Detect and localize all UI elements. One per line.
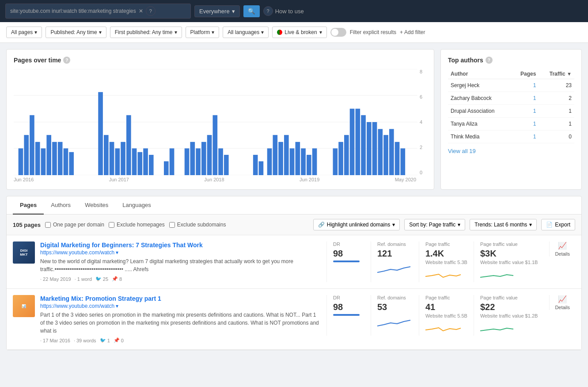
search-box[interactable]: site:youtube.com inurl:watch title:marke… [5,4,191,19]
exclude-subdomains-checkbox[interactable]: Exclude subdomains [169,222,226,228]
search-icon: 🔍 [248,8,255,15]
svg-rect-19 [121,142,125,175]
details-button[interactable]: 📈 Details [549,241,575,257]
dr-metric: DR 98 [326,241,371,282]
exclude-homepages-checkbox[interactable]: Exclude homepages [109,222,165,228]
chart-svg [14,69,427,175]
details-label: Details [555,305,570,310]
author-row: Sergej Heck 1 23 [448,79,574,92]
authors-help-icon[interactable]: ? [486,57,493,64]
one-per-domain-input[interactable] [45,222,51,228]
author-name: Zachary Babcock [448,92,512,105]
x-label-2020: May 2020 [395,177,416,182]
tab-languages[interactable]: Languages [115,196,158,215]
svg-rect-50 [356,109,360,175]
result-url[interactable]: https://www.youtube.com/watch ▾ [40,303,321,309]
close-icon[interactable]: ✕ [139,8,143,14]
all-pages-filter[interactable]: All pages ▾ [6,27,42,38]
svg-rect-40 [284,135,289,175]
one-per-domain-checkbox[interactable]: One page per domain [45,222,104,228]
search-query: site:youtube.com inurl:watch title:marke… [10,8,136,14]
tab-pages[interactable]: Pages [13,196,44,215]
trends-button[interactable]: Trends: Last 6 months ▾ [470,219,537,230]
explicit-toggle[interactable] [330,28,346,37]
view-all-link[interactable]: View all 19 [448,148,476,154]
tab-authors[interactable]: Authors [44,196,78,215]
sort-label: Sort by: Page traffic [409,222,455,228]
top-authors-title-text: Top authors [448,57,483,64]
chart-x-labels: Jun 2016 Jun 2017 Jun 2018 Jun 2019 May … [14,177,427,182]
metrics-group: DR 98 Ref. domains 53 Page traffic 41 We… [326,295,544,336]
language-filter[interactable]: All languages ▾ [223,27,269,38]
details-label: Details [555,251,570,257]
result-thumbnail: 📊 [13,295,35,317]
ref-domains-label: Ref. domains [377,295,413,300]
svg-rect-56 [389,129,394,175]
how-to-label: How to use [275,8,304,15]
twitter-icon: 🐦 [100,337,106,343]
chevron-down-icon: ▾ [99,29,102,35]
svg-rect-27 [185,148,190,175]
svg-rect-44 [307,155,311,175]
results-container: DIGIMKT Digital Marketing for Beginners:… [7,235,581,350]
result-url[interactable]: https://www.youtube.com/watch ▾ [40,249,321,256]
details-button[interactable]: 📈 Details [549,295,575,310]
author-traffic: 1 [539,105,574,118]
chevron-down-icon: ▾ [529,222,532,228]
author-pages: 1 [512,130,539,143]
chevron-down-icon: ▾ [319,29,322,35]
first-published-filter[interactable]: First published: Any time ▾ [110,27,182,38]
page-traffic-sparkline [425,321,461,334]
exclude-homepages-input[interactable] [109,222,114,228]
svg-rect-45 [312,148,317,175]
exclude-subdomains-input[interactable] [169,222,175,228]
published-label: Published: Any time [50,29,97,35]
author-traffic: 0 [539,130,574,143]
svg-rect-36 [259,161,264,175]
search-button[interactable]: 🔍 [243,5,260,17]
exclude-subdomains-label: Exclude subdomains [177,222,226,228]
export-button[interactable]: 📄 Export [541,219,575,230]
result-meta: · 17 Mar 2016 · 39 words 🐦 1 📌 0 [40,337,321,343]
svg-rect-22 [138,152,143,175]
svg-rect-13 [64,148,68,175]
authors-table: Author Pages Traffic ▼ Sergej Heck 1 23 … [448,69,574,143]
svg-rect-28 [190,142,195,175]
page-traffic-value: 1.4K [425,249,467,259]
how-to-icon: ? [263,6,273,16]
svg-rect-30 [201,142,206,175]
highlight-button[interactable]: 🔗 Highlight unlinked domains ▾ [313,219,400,230]
svg-rect-8 [35,142,40,175]
language-label: All languages [228,29,259,35]
sort-button[interactable]: Sort by: Page traffic ▾ [404,219,465,230]
ref-domains-sparkline [377,315,413,328]
svg-rect-31 [207,135,212,175]
pinterest-count: 📌 0 [114,337,124,343]
chart-y-labels: 8 6 4 2 0 [418,69,427,175]
x-label-2016: Jun 2016 [14,177,34,182]
result-title[interactable]: Marketing Mix: Promotion Strategy part 1 [40,295,321,302]
published-filter[interactable]: Published: Any time ▾ [46,27,106,38]
add-filter-button[interactable]: + Add filter [400,29,425,35]
author-pages: 1 [512,79,539,92]
result-words: · 1 word [75,276,92,282]
top-bar: site:youtube.com inurl:watch title:marke… [0,0,588,22]
live-broken-filter[interactable]: Live & broken ▾ [272,27,326,38]
result-title[interactable]: Digital Marketing for Beginners: 7 Strat… [40,241,321,249]
dr-label: DR [333,241,364,247]
trending-icon: 📈 [558,241,567,250]
help-button[interactable]: ? [146,6,156,16]
tab-websites[interactable]: Websites [78,196,115,215]
everywhere-dropdown[interactable]: Everywhere ▾ [194,5,240,17]
svg-rect-54 [378,129,383,175]
main-content: Pages over time ? [0,43,588,196]
svg-rect-21 [132,148,137,175]
page-traffic-value-value: $22 [480,302,538,312]
svg-rect-29 [196,148,201,175]
twitter-count: 🐦 1 [100,337,110,343]
chart-help-icon[interactable]: ? [63,57,70,64]
how-to-link[interactable]: ? How to use [263,6,304,16]
link-icon: 🔗 [318,222,325,228]
platform-filter[interactable]: Platform ▾ [186,27,220,38]
traffic-sort-icon[interactable]: ▼ [567,71,572,77]
